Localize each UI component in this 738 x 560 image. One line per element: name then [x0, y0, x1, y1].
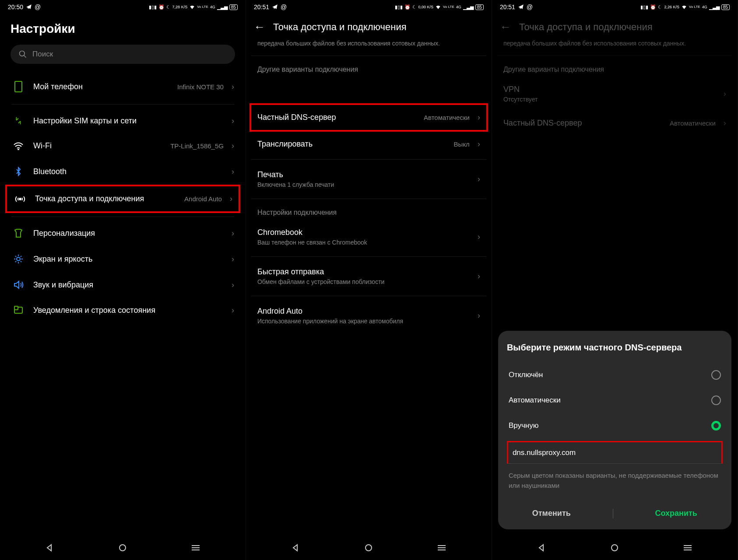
nav-home[interactable] [360, 544, 377, 552]
nav-bar [0, 536, 246, 560]
telegram-icon [518, 4, 524, 10]
4g-icon: 4G [456, 5, 461, 9]
row-notifications[interactable]: Уведомления и строка состояния › [5, 298, 240, 323]
page-title: Точка доступа и подключения [273, 21, 407, 33]
chevron-right-icon: › [478, 272, 480, 281]
dns-hostname-input[interactable]: dns.nullsproxy.com [507, 441, 723, 464]
svg-rect-16 [684, 545, 692, 546]
svg-point-4 [17, 257, 20, 261]
chevron-right-icon: › [724, 89, 726, 98]
status-time: 20:51 [254, 4, 269, 10]
section-other-connections: Другие варианты подключения [251, 59, 486, 77]
nav-home[interactable] [606, 544, 623, 552]
battery-icon: 85 [229, 4, 238, 10]
row-nearby-share[interactable]: Быстрая отправка Обмен файлами с устройс… [251, 259, 486, 293]
moon-icon: ☾ [166, 4, 171, 10]
row-tethering[interactable]: Точка доступа и подключения Android Auto… [5, 185, 240, 213]
row-private-dns[interactable]: Частный DNS-сервер Автоматически › [250, 103, 488, 132]
battery-icon: 85 [475, 4, 484, 10]
vibrate-icon: ▮▯▮ [395, 4, 403, 10]
svg-rect-18 [684, 550, 692, 550]
svg-rect-14 [438, 550, 446, 550]
chevron-right-icon: › [232, 280, 234, 290]
cancel-button[interactable]: Отменить [524, 504, 580, 523]
row-sim-settings[interactable]: Настройки SIM карты и сети › [5, 108, 240, 133]
row-print[interactable]: Печать Включена 1 служба печати › [251, 162, 486, 196]
nav-home[interactable] [114, 544, 131, 552]
signal-icon: ▁▃▅ [709, 4, 720, 10]
status-bar: 20:50 @ ▮▯▮ ⏰ ☾ 7,28 K/S Vo LTE 4G ▁▃▅ 8… [0, 0, 246, 14]
page-title-area: Настройки [0, 14, 246, 40]
chevron-right-icon: › [478, 232, 480, 242]
row-android-auto[interactable]: Android Auto Использование приложений на… [251, 299, 486, 332]
row-personalization[interactable]: Персонализация › [5, 220, 240, 246]
nav-back[interactable] [41, 544, 58, 552]
chevron-right-icon: › [478, 311, 480, 320]
screen-tethering: 20:51 @ ▮▯▮ ⏰ ☾ 0,00 K/S Vo LTE 4G ▁▃▅ 8… [246, 0, 492, 560]
row-bluetooth[interactable]: Bluetooth › [5, 158, 240, 185]
telegram-icon [26, 4, 32, 10]
back-button: ← [500, 20, 511, 34]
wifi-icon [435, 4, 441, 10]
nav-recent[interactable] [187, 545, 204, 551]
chevron-right-icon: › [232, 116, 234, 126]
svg-rect-17 [684, 547, 692, 548]
dialog-title: Выберите режим частного DNS-сервера [507, 341, 723, 354]
nav-recent[interactable] [679, 545, 696, 551]
net-speed: 7,28 K/S [172, 5, 188, 9]
svg-point-2 [18, 149, 19, 150]
battery-icon: 85 [721, 4, 730, 10]
wifi-icon [189, 4, 195, 10]
row-cast[interactable]: Транслировать Выкл › [251, 132, 486, 157]
radio-icon [711, 396, 721, 405]
status-bar: 20:51 @ ▮▯▮ ⏰ ☾ 2,26 K/S Vo LTE 4G ▁▃▅ 8… [492, 0, 738, 14]
back-button[interactable]: ← [254, 20, 265, 34]
alarm-icon: ⏰ [158, 4, 165, 10]
header: ← Точка доступа и подключения [492, 14, 738, 40]
radio-icon [711, 370, 721, 380]
svg-rect-13 [438, 547, 446, 548]
signal-icon: ▁▃▅ [217, 4, 228, 10]
svg-rect-9 [192, 547, 200, 548]
chevron-right-icon: › [232, 167, 234, 176]
svg-point-7 [119, 545, 126, 551]
row-vpn: VPN Отсутствует › [497, 77, 732, 111]
search-input[interactable]: Поиск [11, 45, 235, 64]
nav-recent[interactable] [433, 545, 450, 551]
chevron-right-icon: › [232, 255, 234, 264]
net-speed: 0,00 K/S [418, 5, 434, 9]
row-private-dns-bg: Частный DNS-сервер Автоматически › [497, 111, 732, 136]
row-my-phone[interactable]: Мой телефон Infinix NOTE 30 › [5, 73, 240, 101]
header: ← Точка доступа и подключения [246, 14, 492, 40]
net-speed: 2,26 K/S [664, 5, 679, 9]
status-time: 20:51 [500, 4, 515, 10]
nav-back[interactable] [533, 544, 550, 552]
save-button[interactable]: Сохранить [646, 504, 706, 523]
screen-settings-main: 20:50 @ ▮▯▮ ⏰ ☾ 7,28 K/S Vo LTE 4G ▁▃▅ 8… [0, 0, 246, 560]
volte-icon: Vo LTE [689, 5, 700, 9]
row-wifi[interactable]: Wi-Fi TP-Link_1586_5G › [5, 133, 240, 158]
wifi-icon [11, 142, 25, 150]
svg-rect-1 [15, 81, 22, 92]
row-sound[interactable]: Звук и вибрация › [5, 272, 240, 298]
search-icon [18, 50, 27, 59]
page-title: Настройки [11, 22, 235, 36]
sim-icon [11, 116, 25, 126]
row-display[interactable]: Экран и яркость › [5, 246, 240, 272]
section-connection-settings: Настройки подключения [251, 202, 486, 220]
nav-bar [246, 536, 492, 560]
alarm-icon: ⏰ [650, 4, 656, 10]
svg-point-3 [19, 198, 21, 200]
notifications-icon [11, 305, 25, 315]
nav-back[interactable] [287, 544, 304, 552]
chevron-right-icon: › [724, 119, 726, 128]
radio-icon-selected [711, 421, 721, 430]
page-title: Точка доступа и подключения [519, 21, 653, 33]
radio-off[interactable]: Отключён [507, 362, 723, 388]
svg-rect-12 [438, 545, 446, 546]
svg-point-11 [365, 545, 372, 551]
radio-manual[interactable]: Вручную [507, 413, 723, 438]
radio-auto[interactable]: Автоматически [507, 388, 723, 413]
chevron-right-icon: › [232, 306, 234, 315]
row-chromebook[interactable]: Chromebook Ваш телефон не связан с Chrom… [251, 220, 486, 254]
